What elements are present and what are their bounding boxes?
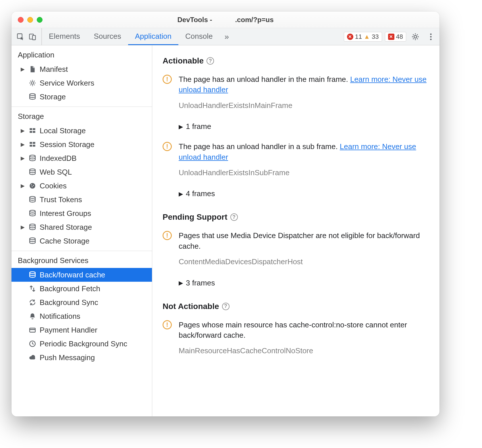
sidebar-item-trust-tokens[interactable]: ▶Trust Tokens: [11, 193, 152, 206]
sidebar-item-label: IndexedDB: [40, 154, 77, 163]
issue-message: Pages that use Media Device Dispatcher a…: [179, 230, 429, 251]
sidebar-item-local-storage[interactable]: ▶Local Storage: [11, 124, 152, 138]
sidebar-item-label: Manifest: [40, 65, 68, 74]
warning-circle-icon: !: [163, 142, 173, 178]
expand-arrow-icon: ▶: [20, 183, 25, 189]
disclosure-triangle-icon: ▶: [179, 279, 183, 286]
sidebar-item-web-sql[interactable]: ▶Web SQL: [11, 165, 152, 179]
sidebar-item-periodic-background-sync[interactable]: ▶Periodic Background Sync: [11, 337, 152, 351]
db-icon: [28, 195, 37, 204]
db-icon: [28, 154, 37, 163]
sidebar-item-indexeddb[interactable]: ▶IndexedDB: [11, 151, 152, 165]
grid-icon: [28, 126, 37, 135]
grid-icon: [28, 140, 37, 149]
sidebar-item-label: Cookies: [40, 181, 67, 190]
db-icon: [28, 223, 37, 231]
cloud-icon: [28, 353, 37, 362]
device-toggle-button[interactable]: [26, 31, 38, 43]
frames-disclosure[interactable]: ▶4 frames: [179, 183, 429, 208]
devtools-toolbar: Elements Sources Application Console » ✕…: [11, 28, 439, 45]
inspect-element-button[interactable]: [14, 31, 26, 43]
more-tabs-button[interactable]: »: [219, 28, 234, 45]
frames-label: 3 frames: [186, 279, 215, 287]
sidebar-item-background-fetch[interactable]: ▶Background Fetch: [11, 282, 152, 296]
sidebar-item-storage[interactable]: ▶Storage: [11, 90, 152, 104]
maximize-window-button[interactable]: [37, 17, 43, 23]
frames-disclosure[interactable]: ▶3 frames: [179, 272, 429, 298]
issue-message: The page has an unload handler in a sub …: [179, 141, 429, 162]
sidebar-item-label: Interest Groups: [40, 209, 91, 218]
sidebar-item-interest-groups[interactable]: ▶Interest Groups: [11, 206, 152, 220]
help-icon[interactable]: ?: [222, 303, 230, 310]
sidebar-item-label: Local Storage: [40, 126, 86, 135]
sidebar-item-notifications[interactable]: ▶Notifications: [11, 309, 152, 323]
clock-icon: [28, 339, 37, 348]
frames-disclosure[interactable]: ▶1 frame: [179, 116, 429, 141]
card-icon: [28, 326, 37, 334]
help-icon[interactable]: ?: [230, 213, 238, 221]
sidebar-item-service-workers[interactable]: ▶Service Workers: [11, 76, 152, 90]
sidebar-item-label: Web SQL: [40, 168, 72, 177]
sidebar-item-shared-storage[interactable]: ▶Shared Storage: [11, 220, 152, 234]
sidebar-item-cache-storage[interactable]: ▶Cache Storage: [11, 234, 152, 248]
sidebar-item-label: Trust Tokens: [40, 195, 82, 204]
window-titlebar: DevTools - .com/?p=us: [11, 11, 439, 28]
frames-label: 4 frames: [186, 189, 215, 198]
svg-point-16: [430, 33, 431, 35]
window-title: DevTools - .com/?p=us: [11, 16, 439, 24]
close-window-button[interactable]: [18, 17, 24, 23]
svg-point-17: [430, 36, 431, 37]
sidebar-item-label: Session Storage: [40, 140, 95, 149]
issue-row: !Pages whose main resource has cache-con…: [163, 320, 429, 356]
bell-icon: [28, 312, 37, 320]
sidebar-item-label: Background Sync: [40, 298, 98, 307]
warning-circle-icon: !: [163, 75, 173, 111]
sidebar-item-cookies[interactable]: ▶Cookies: [11, 179, 152, 193]
learn-more-link[interactable]: Learn more: Never use unload handler: [179, 75, 427, 94]
sidebar-item-payment-handler[interactable]: ▶Payment Handler: [11, 323, 152, 337]
sidebar-item-label: Payment Handler: [40, 326, 97, 335]
expand-arrow-icon: ▶: [20, 128, 25, 134]
db-icon: [28, 271, 37, 279]
expand-arrow-icon: ▶: [20, 141, 25, 148]
sidebar-item-background-sync[interactable]: ▶Background Sync: [11, 296, 152, 309]
error-count: 11: [355, 33, 362, 40]
gear-icon: [28, 79, 37, 87]
disclosure-triangle-icon: ▶: [179, 123, 183, 130]
issue-count: 48: [396, 33, 403, 40]
sidebar-item-push-messaging[interactable]: ▶Push Messaging: [11, 351, 152, 364]
sidebar-item-session-storage[interactable]: ▶Session Storage: [11, 138, 152, 151]
issue-row: !Pages that use Media Device Dispatcher …: [163, 230, 429, 267]
tab-console[interactable]: Console: [178, 28, 219, 45]
help-icon[interactable]: ?: [207, 57, 214, 65]
sidebar-item-label: Cache Storage: [40, 237, 89, 246]
expand-arrow-icon: ▶: [20, 155, 25, 161]
tab-elements[interactable]: Elements: [42, 28, 87, 45]
sidebar-item-label: Push Messaging: [40, 353, 95, 362]
sidebar-item-manifest[interactable]: ▶Manifest: [11, 62, 152, 76]
settings-button[interactable]: [409, 33, 422, 41]
issue-row: !The page has an unload handler in a sub…: [163, 141, 429, 178]
issue-code: UnloadHandlerExistsInSubFrame: [179, 167, 429, 178]
more-options-button[interactable]: [425, 33, 437, 40]
learn-more-link[interactable]: Learn more: Never use unload handler: [179, 142, 416, 161]
issue-code: MainResourceHasCacheControlNoStore: [179, 345, 429, 356]
devtools-window: DevTools - .com/?p=us Elements Sources A…: [11, 11, 439, 416]
sidebar-item-label: Service Workers: [40, 79, 94, 88]
issues-counter[interactable]: ✕ 48: [385, 32, 406, 42]
console-errors-warnings[interactable]: ✕ 11 ▲ 33: [344, 32, 382, 42]
tab-sources[interactable]: Sources: [87, 28, 128, 45]
sidebar-item-label: Periodic Background Sync: [40, 339, 127, 348]
issue-message: The page has an unload handler in the ma…: [179, 74, 429, 95]
section-heading: Pending Support?: [163, 213, 429, 222]
sidebar-item-label: Background Fetch: [40, 284, 100, 293]
sidebar-item-back-forward-cache[interactable]: ▶Back/forward cache: [11, 268, 152, 282]
db-icon: [28, 237, 37, 245]
tab-application[interactable]: Application: [128, 28, 178, 45]
sync-icon: [28, 298, 37, 307]
sidebar-section-title: Background Services: [11, 251, 152, 268]
issue-message: Pages whose main resource has cache-cont…: [179, 320, 429, 341]
traffic-lights: [18, 17, 43, 23]
minimize-window-button[interactable]: [27, 17, 33, 23]
bfcache-panel: Actionable?!The page has an unload handl…: [152, 45, 439, 416]
